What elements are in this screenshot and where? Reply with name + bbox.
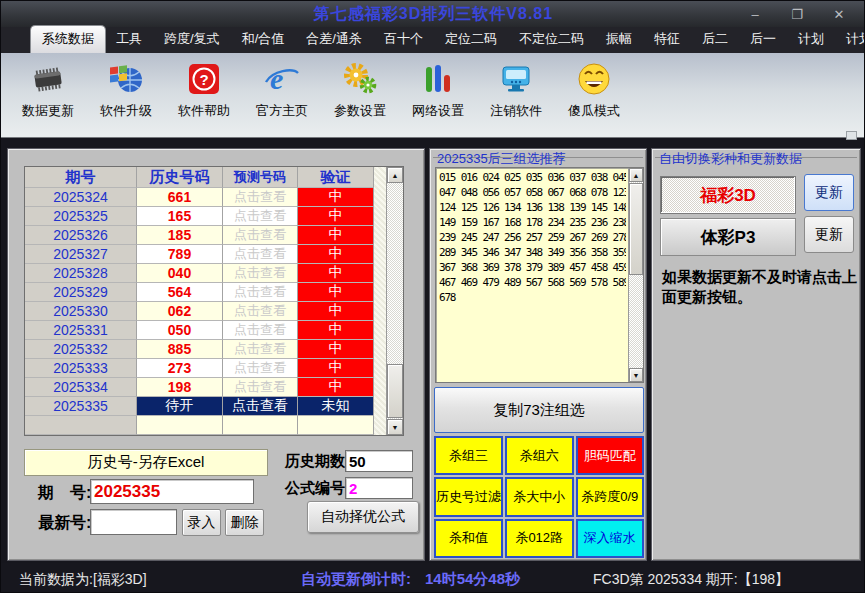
- update-button-福彩3D[interactable]: 更新: [804, 174, 854, 211]
- toolbar-item-label: 注销软件: [490, 102, 542, 120]
- numbers-scrollbar-thumb[interactable]: [629, 183, 643, 275]
- filter-button-杀012路[interactable]: 杀012路: [505, 519, 574, 558]
- cell-predict[interactable]: 点击查看: [223, 264, 298, 283]
- table-row[interactable]: 2025331050点击查看中: [25, 321, 403, 340]
- tab-后二[interactable]: 后二: [691, 26, 739, 53]
- table-scrollbar-thumb[interactable]: [387, 364, 403, 418]
- table-filler: [374, 167, 386, 435]
- cell-predict[interactable]: 点击查看: [223, 340, 298, 359]
- toolbar-item-网络设置[interactable]: 网络设置: [399, 53, 477, 120]
- update-button-体彩P3[interactable]: 更新: [804, 216, 854, 253]
- tab-系统数据[interactable]: 系统数据: [31, 26, 105, 53]
- lottery-button-体彩P3[interactable]: 体彩P3: [660, 218, 796, 256]
- numbers-line: 678: [439, 290, 626, 305]
- filter-button-杀和值[interactable]: 杀和值: [434, 519, 503, 558]
- period-label: 期 号:: [38, 483, 91, 504]
- title-bar: 第七感福彩3D排列三软件V8.81 – ❐ ✕: [1, 1, 865, 27]
- tab-后一[interactable]: 后一: [739, 26, 787, 53]
- lottery-button-福彩3D[interactable]: 福彩3D: [660, 176, 796, 214]
- table-empty-row[interactable]: [25, 416, 403, 435]
- auto-formula-button[interactable]: 自动择优公式: [307, 501, 419, 533]
- table-row[interactable]: 2025334198点击查看中: [25, 378, 403, 397]
- filter-button-深入缩水[interactable]: 深入缩水: [576, 519, 645, 558]
- formula-no-input[interactable]: [345, 477, 413, 499]
- tab-和/合值[interactable]: 和/合值: [231, 26, 296, 53]
- cell-predict[interactable]: [223, 416, 298, 435]
- filter-button-杀跨度0/9[interactable]: 杀跨度0/9: [576, 477, 645, 516]
- tab-不定位二码[interactable]: 不定位二码: [508, 26, 595, 53]
- tab-跨度/复式[interactable]: 跨度/复式: [153, 26, 231, 53]
- cell-predict[interactable]: 点击查看: [223, 207, 298, 226]
- filter-button-胆码匹配[interactable]: 胆码匹配: [576, 436, 645, 475]
- period-input[interactable]: [90, 479, 254, 504]
- copy-groups-button[interactable]: 复制73注组选: [434, 387, 644, 433]
- scroll-up-icon[interactable]: ▲: [629, 168, 643, 182]
- toolbar-item-官方主页[interactable]: e官方主页: [243, 53, 321, 120]
- tab-工具[interactable]: 工具: [105, 26, 153, 53]
- filter-button-杀组三[interactable]: 杀组三: [434, 436, 503, 475]
- toolbar-item-软件帮助[interactable]: ?软件帮助: [165, 53, 243, 120]
- toolbar-item-傻瓜模式[interactable]: 傻瓜模式: [555, 53, 633, 120]
- table-row[interactable]: 2025326185点击查看中: [25, 226, 403, 245]
- tab-特征[interactable]: 特征: [643, 26, 691, 53]
- recommend-group-title: 2025335后三组选推荐: [437, 150, 566, 168]
- toolbar-item-参数设置[interactable]: 参数设置: [321, 53, 399, 120]
- filter-button-历史号过滤[interactable]: 历史号过滤: [434, 477, 503, 516]
- toolbar-grip[interactable]: [846, 131, 857, 140]
- table-row[interactable]: 2025333273点击查看中: [25, 359, 403, 378]
- column-header-预测号码: 预测号码: [223, 167, 298, 188]
- table-row[interactable]: 2025335待开点击查看未知: [25, 397, 403, 416]
- table-row[interactable]: 2025325165点击查看中: [25, 207, 403, 226]
- table-row[interactable]: 2025332885点击查看中: [25, 340, 403, 359]
- filter-button-杀组六[interactable]: 杀组六: [505, 436, 574, 475]
- cell-predict[interactable]: 点击查看: [223, 283, 298, 302]
- tab-百十个[interactable]: 百十个: [373, 26, 434, 53]
- cell-predict[interactable]: 点击查看: [223, 226, 298, 245]
- table-row[interactable]: 2025329564点击查看中: [25, 283, 403, 302]
- scroll-up-icon[interactable]: ▲: [387, 167, 403, 183]
- tab-定位二码[interactable]: 定位二码: [434, 26, 508, 53]
- cell-verify: 中: [298, 302, 374, 321]
- delete-button[interactable]: 删除: [225, 509, 264, 536]
- numbers-line: 239 245 247 256 257 259 267 269 278: [439, 230, 626, 245]
- toolbar-item-软件升级[interactable]: 软件升级: [87, 53, 165, 120]
- enter-button[interactable]: 录入: [182, 509, 221, 536]
- recommend-numbers-box[interactable]: 015 016 024 025 035 036 037 038 045047 0…: [435, 167, 644, 383]
- cell-history: 885: [137, 340, 223, 359]
- toolbar-item-数据更新[interactable]: 数据更新: [9, 53, 87, 120]
- table-row[interactable]: 2025327789点击查看中: [25, 245, 403, 264]
- tab-计划2[interactable]: 计划2: [835, 26, 865, 53]
- save-excel-button[interactable]: 历史号-另存Excel: [24, 449, 268, 476]
- history-count-input[interactable]: [345, 450, 413, 472]
- cell-predict[interactable]: 点击查看: [223, 302, 298, 321]
- cell-verify: 中: [298, 378, 374, 397]
- cell-predict[interactable]: 点击查看: [223, 188, 298, 207]
- scroll-down-icon[interactable]: ▼: [629, 368, 643, 382]
- scroll-down-icon[interactable]: ▼: [387, 419, 403, 435]
- minimize-button[interactable]: –: [734, 7, 776, 22]
- tab-合差/通杀[interactable]: 合差/通杀: [295, 26, 373, 53]
- cell-history: 待开: [137, 397, 223, 416]
- cell-predict[interactable]: 点击查看: [223, 359, 298, 378]
- cell-verify: 中: [298, 359, 374, 378]
- update-note: 如果数据更新不及时请点击上面更新按钮。: [662, 267, 858, 307]
- table-scrollbar[interactable]: ▲ ▼: [386, 167, 403, 435]
- cell-predict[interactable]: 点击查看: [223, 245, 298, 264]
- cell-predict[interactable]: 点击查看: [223, 378, 298, 397]
- tab-计划[interactable]: 计划: [787, 26, 835, 53]
- latest-number-input[interactable]: [90, 509, 177, 535]
- toolbar-item-label: 软件帮助: [178, 102, 230, 120]
- table-row[interactable]: 2025330062点击查看中: [25, 302, 403, 321]
- restore-button[interactable]: ❐: [776, 7, 818, 22]
- cell-predict[interactable]: 点击查看: [223, 321, 298, 340]
- tab-振幅[interactable]: 振幅: [595, 26, 643, 53]
- filter-button-杀大中小[interactable]: 杀大中小: [505, 477, 574, 516]
- close-button[interactable]: ✕: [818, 7, 860, 22]
- latest-number-label: 最新号:: [38, 513, 91, 534]
- table-row[interactable]: 2025324661点击查看中: [25, 188, 403, 207]
- toolbar-item-注销软件[interactable]: 注销软件: [477, 53, 555, 120]
- cell-predict[interactable]: 点击查看: [223, 397, 298, 416]
- cell-period: 2025328: [25, 264, 137, 283]
- numbers-scrollbar[interactable]: ▲ ▼: [628, 168, 643, 382]
- table-row[interactable]: 2025328040点击查看中: [25, 264, 403, 283]
